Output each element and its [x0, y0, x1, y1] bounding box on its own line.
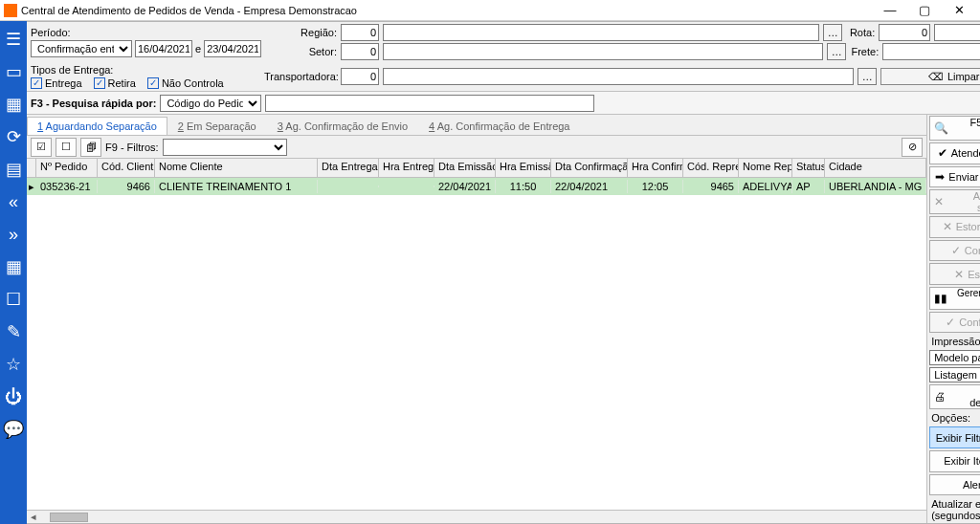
transp-code-input[interactable] [341, 68, 379, 85]
forward-icon[interactable]: » [0, 221, 27, 248]
orders-grid[interactable]: Nº Pedido Cód. Cliente Nome Cliente Dta … [27, 159, 926, 510]
clear-filter-button[interactable]: ⊘ [902, 138, 923, 157]
gerenciar-rastreio-button[interactable]: ▮▮Gerenciar Códigos de Rastreio [929, 287, 980, 310]
setor-lookup-button[interactable]: … [827, 43, 846, 60]
tab-aguardando[interactable]: 1 Aguardando Separação [27, 117, 167, 135]
refresh-label: Atualizar em (segundos): [931, 498, 980, 521]
frete-label: Frete: [850, 46, 879, 57]
arrow-right-icon: ➡ [935, 170, 945, 184]
col-pedido[interactable]: Nº Pedido [36, 159, 98, 177]
calendar-icon[interactable]: ▤ [0, 156, 27, 183]
rota-code-input[interactable] [879, 24, 930, 41]
window-title: Central de Atendimento de Pedidos de Ven… [21, 5, 873, 16]
col-codrepres[interactable]: Cód. Repres [683, 159, 739, 177]
col-status[interactable]: Status [792, 159, 825, 177]
setor-code-input[interactable] [341, 43, 379, 60]
modelo-select[interactable]: Modelo padrão do sistema [929, 350, 980, 365]
check-all-button[interactable]: ☑ [31, 138, 52, 157]
f9-label: F9 - Filtros: [105, 142, 159, 153]
date-to-input[interactable] [204, 40, 261, 57]
menu-icon[interactable]: ☰ [0, 26, 27, 53]
row-indicator-icon: ▸ [27, 181, 36, 193]
estornar-envio-button: ✕Estornar envio [929, 263, 980, 285]
rota-name-input[interactable] [934, 24, 980, 41]
transp-label: Transportadora: [264, 71, 337, 82]
refresh-icon[interactable]: ⟳ [0, 123, 27, 150]
check-icon: ✓ [951, 244, 961, 257]
status-tabs: 1 Aguardando Separação 2 Em Separação 3 … [27, 115, 926, 136]
listagem-select[interactable]: Listagem dos pedidos selecionado [929, 367, 980, 382]
x-icon: ✕ [934, 195, 944, 208]
date-from-input[interactable] [135, 40, 192, 57]
sidebar: ☰ ▭ ▦ ⟳ ▤ « » ▦ ☐ ✎ ☆ ⏻ 💬 [0, 21, 27, 524]
tab-em-separacao[interactable]: 2 Em Separação [167, 117, 267, 135]
table-row[interactable]: ▸ 035236-21 9466 CLIENTE TREINAMENTO 1 2… [27, 178, 926, 195]
col-cidade[interactable]: Cidade [825, 159, 926, 177]
printer-icon: 🖨 [934, 390, 946, 404]
col-hraconf[interactable]: Hra Confirma [628, 159, 683, 177]
confirmar-envio-button: ✓Confirmar envio [929, 240, 980, 262]
col-nomerepres[interactable]: Nome Repre [739, 159, 792, 177]
minimize-button[interactable]: — [873, 0, 907, 21]
nao-controla-checkbox[interactable]: ✓Não Controla [147, 77, 224, 89]
confirmar-entrega-button: ✓Confirmar entrega [929, 312, 980, 334]
grid-icon[interactable]: ▦ [0, 91, 27, 118]
enviar-separacao-button[interactable]: ➡Enviar para separação [929, 166, 980, 188]
tags-icon[interactable]: ✎ [0, 318, 27, 345]
col-dtaentrega[interactable]: Dta Entrega [318, 159, 379, 177]
col-nomecliente[interactable]: Nome Cliente [155, 159, 318, 177]
grid-toolbar: ☑ ☐ 🗐 F9 - Filtros: ⊘ [27, 136, 926, 159]
scroll-left-icon[interactable]: ◂ [27, 511, 40, 523]
back-icon[interactable]: « [0, 188, 27, 215]
periodo-mode-select[interactable]: Confirmação entre [31, 40, 132, 57]
col-codcliente[interactable]: Cód. Cliente [98, 159, 155, 177]
chat-icon[interactable]: 💬 [0, 416, 27, 443]
estornar-sep-button: ✕Estornar separação [929, 216, 980, 238]
horizontal-scrollbar[interactable]: ◂ [27, 510, 926, 523]
date-between-label: e [195, 43, 201, 55]
actions-panel: 🔍F5 - Pesquisar pedidos ✔Atender selecio… [926, 115, 980, 523]
maximize-button[interactable]: ▢ [907, 0, 942, 21]
imprimir-button[interactable]: 🖨Imprimir demonstrativo [929, 384, 980, 409]
filters-panel: Período: Confirmação entre e Região: … [27, 22, 980, 115]
impressao-label: Impressão: [927, 334, 980, 349]
window-icon[interactable]: ▭ [0, 58, 27, 85]
check-icon: ✔ [938, 146, 947, 160]
col-dtaconf[interactable]: Dta Confirmação [551, 159, 628, 177]
star-icon[interactable]: ☆ [0, 351, 27, 378]
x-icon: ✕ [943, 220, 952, 233]
entrega-checkbox[interactable]: ✓Entrega [31, 77, 82, 89]
copy-button[interactable]: 🗐 [80, 138, 101, 157]
regiao-name-input[interactable] [383, 24, 819, 41]
col-hraemissao[interactable]: Hra Emissão [496, 159, 551, 177]
f9-filter-select[interactable] [163, 139, 287, 156]
erase-icon: ⌫ [928, 71, 944, 83]
power-icon[interactable]: ⏻ [0, 383, 27, 410]
scrollbar-thumb[interactable] [50, 513, 88, 522]
col-dtaemissao[interactable]: Dta Emissão [434, 159, 496, 177]
retira-checkbox[interactable]: ✓Retira [94, 77, 136, 89]
tab-ag-entrega[interactable]: 4 Ag. Confirmação de Entrega [418, 117, 580, 135]
transp-name-input[interactable] [383, 68, 854, 85]
f5-search-button[interactable]: 🔍F5 - Pesquisar pedidos [929, 116, 980, 141]
f3-mode-select[interactable]: Código do Pedido [160, 95, 261, 112]
briefcase-icon[interactable]: ☐ [0, 286, 27, 313]
col-hraentrega[interactable]: Hra Entrega [379, 159, 434, 177]
calculator-icon[interactable]: ▦ [0, 253, 27, 280]
exibir-filtros-button[interactable]: Exibir Filtros de Pesquisa [929, 426, 980, 448]
frete-select[interactable] [882, 43, 980, 60]
limpar-filtros-button[interactable]: ⌫Limpar Filtros [880, 68, 980, 85]
regiao-code-input[interactable] [341, 24, 379, 41]
tab-ag-envio[interactable]: 3 Ag. Confirmação de Envio [267, 117, 418, 135]
transp-lookup-button[interactable]: … [858, 68, 877, 85]
close-button[interactable]: ✕ [942, 0, 976, 21]
exibir-itens-button[interactable]: Exibir Itens do Pedido [929, 450, 980, 472]
regiao-lookup-button[interactable]: … [823, 24, 842, 41]
check-icon: ✓ [946, 316, 955, 329]
setor-label: Setor: [264, 46, 337, 57]
alerta-sonoro-button[interactable]: Alerta Sonoro [929, 474, 980, 496]
setor-name-input[interactable] [383, 43, 823, 60]
uncheck-all-button[interactable]: ☐ [56, 138, 77, 157]
f3-search-input[interactable] [265, 95, 594, 112]
atender-button[interactable]: ✔Atender selecionados [929, 142, 980, 164]
